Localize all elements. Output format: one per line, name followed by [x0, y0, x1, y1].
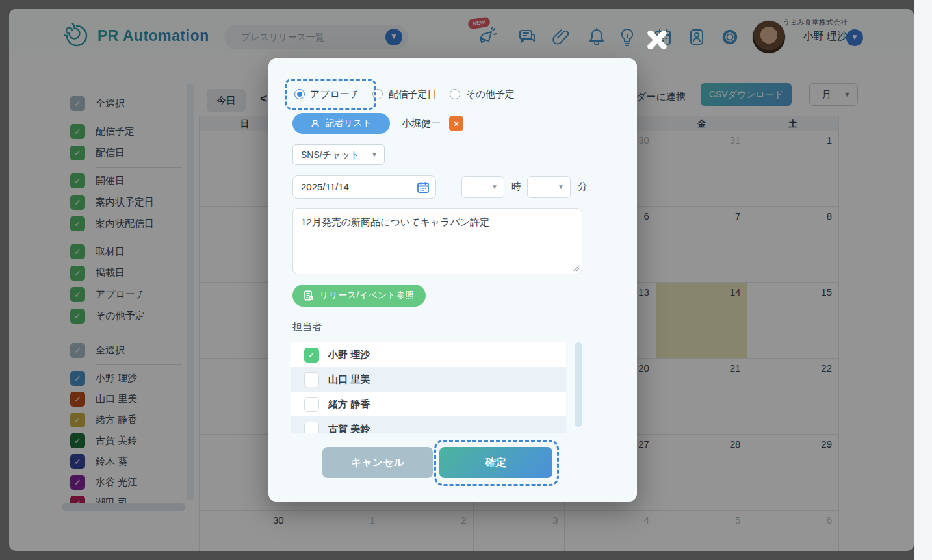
confirm-button[interactable]: 確定 [439, 447, 552, 478]
radio-other-schedule[interactable]: その他予定 [450, 88, 515, 101]
release-event-reference-button[interactable]: リリース/イベント参照 [292, 285, 426, 307]
reporter-name: 小堀健一 [402, 118, 441, 130]
checkbox-icon[interactable] [304, 397, 319, 412]
date-value: 2025/11/14 [301, 176, 349, 198]
reporter-row: 記者リスト 小堀健一 × [292, 113, 463, 134]
reporter-list-button[interactable]: 記者リスト [292, 113, 390, 134]
staff-row[interactable]: 山口 里美 [291, 367, 566, 392]
staff-checkbox-list: 小野 理沙山口 里美緒方 静香古賀 美鈴 [291, 342, 566, 433]
event-edit-modal: アプローチ 配信予定日 その他予定 記者リスト 小堀健一 × SNS/チャット … [268, 58, 637, 502]
memo-textarea[interactable]: 12月発売の新商品についてキャラバン許定 [292, 208, 582, 274]
staff-row[interactable]: 古賀 美鈴 [291, 416, 566, 433]
channel-select[interactable]: SNS/チャット ▼ [292, 144, 385, 165]
staff-row[interactable]: 小野 理沙 [291, 342, 566, 367]
event-type-radio-group: アプローチ 配信予定日 その他予定 [294, 85, 528, 103]
radio-icon [450, 89, 460, 99]
minute-suffix-label: 分 [578, 181, 588, 193]
staff-name: 古賀 美鈴 [328, 423, 370, 434]
staff-label: 担当者 [292, 321, 322, 333]
minute-select[interactable]: ▼ [527, 176, 571, 198]
close-icon: × [454, 119, 459, 129]
hour-select[interactable]: ▼ [461, 176, 504, 198]
memo-text: 12月発売の新商品についてキャラバン許定 [301, 216, 489, 227]
checkbox-icon[interactable] [304, 372, 319, 387]
chevron-down-icon: ▼ [558, 177, 564, 197]
document-search-icon [304, 290, 314, 301]
staff-row[interactable]: 緒方 静香 [291, 392, 566, 416]
channel-select-value: SNS/チャット [301, 145, 359, 164]
checkbox-checked-icon[interactable] [304, 348, 319, 363]
remove-reporter-button[interactable]: × [449, 116, 463, 131]
staff-name: 小野 理沙 [328, 349, 370, 361]
date-input[interactable]: 2025/11/14 [292, 175, 436, 199]
resize-handle-icon[interactable] [573, 265, 580, 272]
radio-icon [372, 89, 383, 99]
calendar-icon[interactable] [417, 181, 430, 194]
staff-name: 山口 里美 [328, 374, 370, 386]
browser-scrollbar[interactable] [914, 0, 932, 560]
staff-name: 緒方 静香 [328, 398, 370, 411]
radio-delivery-date[interactable]: 配信予定日 [372, 88, 437, 101]
chevron-down-icon: ▼ [371, 145, 378, 164]
checkbox-icon[interactable] [304, 422, 319, 434]
radio-selected-icon [294, 89, 305, 99]
staff-list-scrollbar[interactable] [575, 342, 582, 427]
hour-suffix-label: 時 [511, 181, 521, 193]
cancel-button[interactable]: キャンセル [322, 447, 433, 478]
person-icon [311, 119, 320, 128]
chevron-down-icon: ▼ [491, 177, 498, 197]
radio-approach[interactable]: アプローチ [294, 88, 359, 101]
modal-close-icon[interactable] [645, 27, 669, 52]
